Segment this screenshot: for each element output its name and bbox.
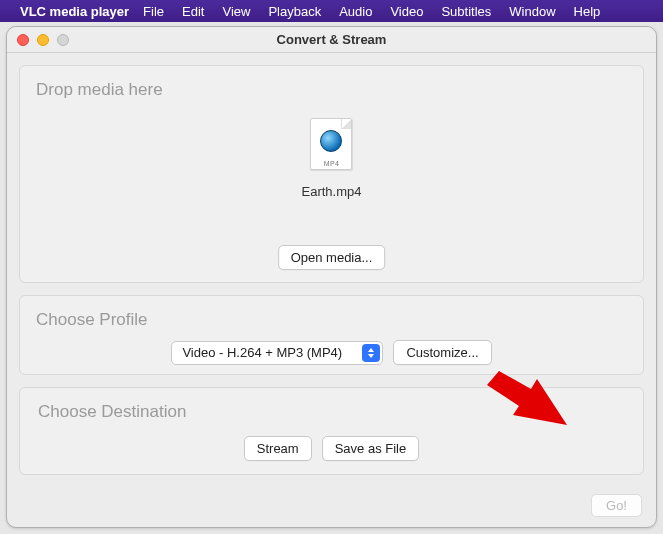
drop-media-panel[interactable]: Drop media here MP4 Earth.mp4 Open media… — [19, 65, 644, 283]
minimize-icon[interactable] — [37, 34, 49, 46]
chevron-updown-icon — [362, 344, 380, 362]
media-item[interactable]: MP4 Earth.mp4 — [302, 118, 362, 199]
file-icon: MP4 — [310, 118, 352, 170]
menubar: VLC media player File Edit View Playback… — [0, 0, 663, 22]
window-title: Convert & Stream — [277, 32, 387, 47]
convert-stream-window: Convert & Stream Drop media here MP4 Ear… — [6, 26, 657, 528]
file-extension-badge: MP4 — [324, 160, 339, 167]
menu-audio[interactable]: Audio — [339, 4, 372, 19]
app-menu[interactable]: VLC media player — [20, 4, 129, 19]
quicktime-icon — [320, 130, 342, 152]
menu-video[interactable]: Video — [390, 4, 423, 19]
choose-destination-panel: Choose Destination Stream Save as File — [19, 387, 644, 475]
titlebar: Convert & Stream — [7, 27, 656, 53]
stream-button[interactable]: Stream — [244, 436, 312, 461]
choose-profile-panel: Choose Profile Video - H.264 + MP3 (MP4)… — [19, 295, 644, 375]
menu-subtitles[interactable]: Subtitles — [441, 4, 491, 19]
choose-destination-label: Choose Destination — [36, 402, 627, 422]
drop-media-label: Drop media here — [36, 80, 627, 100]
window-body: Drop media here MP4 Earth.mp4 Open media… — [7, 53, 656, 527]
menu-view[interactable]: View — [222, 4, 250, 19]
menu-edit[interactable]: Edit — [182, 4, 204, 19]
menu-file[interactable]: File — [143, 4, 164, 19]
zoom-icon — [57, 34, 69, 46]
profile-select[interactable]: Video - H.264 + MP3 (MP4) — [171, 341, 383, 365]
window-controls — [17, 34, 69, 46]
close-icon[interactable] — [17, 34, 29, 46]
customize-button[interactable]: Customize... — [393, 340, 491, 365]
save-as-file-button[interactable]: Save as File — [322, 436, 420, 461]
profile-select-value: Video - H.264 + MP3 (MP4) — [182, 345, 342, 360]
page-fold-icon — [341, 119, 351, 129]
menu-playback[interactable]: Playback — [268, 4, 321, 19]
open-media-button[interactable]: Open media... — [278, 245, 386, 270]
choose-profile-label: Choose Profile — [36, 310, 627, 330]
media-file-name: Earth.mp4 — [302, 184, 362, 199]
menu-window[interactable]: Window — [509, 4, 555, 19]
go-button: Go! — [591, 494, 642, 517]
menu-help[interactable]: Help — [574, 4, 601, 19]
